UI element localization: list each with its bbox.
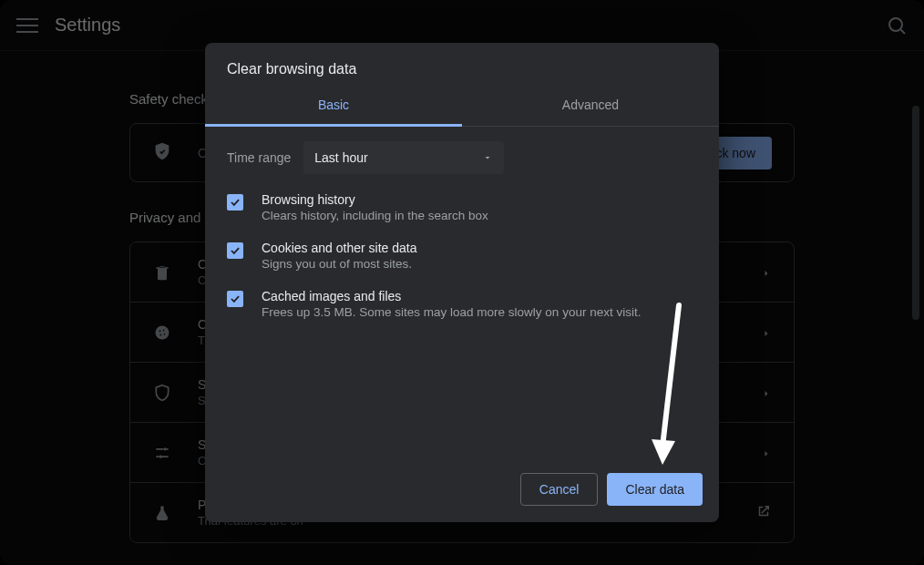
option-cached[interactable]: Cached images and filesFrees up 3.5 MB. … (205, 280, 719, 328)
clear-data-button[interactable]: Clear data (607, 473, 703, 506)
dialog-tabs: Basic Advanced (205, 87, 719, 127)
checkbox-cached[interactable] (227, 291, 243, 307)
option-title: Cookies and other site data (262, 241, 416, 255)
dropdown-icon (482, 152, 493, 163)
cancel-button[interactable]: Cancel (520, 473, 599, 506)
checkbox-browsing-history[interactable] (227, 194, 243, 211)
option-browsing-history[interactable]: Browsing historyClears history, includin… (205, 183, 719, 231)
time-range-select[interactable]: Last hour (303, 141, 504, 174)
option-title: Cached images and files (262, 289, 641, 303)
time-range-value: Last hour (314, 150, 367, 165)
option-cookies[interactable]: Cookies and other site dataSigns you out… (205, 231, 719, 280)
dialog-title: Clear browsing data (205, 43, 719, 87)
option-sub: Frees up 3.5 MB. Some sites may load mor… (262, 305, 641, 319)
tab-advanced[interactable]: Advanced (462, 87, 719, 126)
option-sub: Signs you out of most sites. (262, 257, 416, 271)
checkbox-cookies[interactable] (227, 242, 243, 259)
clear-browsing-data-dialog: Clear browsing data Basic Advanced Time … (205, 43, 719, 522)
option-title: Browsing history (262, 192, 488, 207)
tab-basic[interactable]: Basic (205, 87, 462, 127)
option-sub: Clears history, including in the search … (262, 209, 488, 222)
time-range-label: Time range (227, 150, 291, 165)
